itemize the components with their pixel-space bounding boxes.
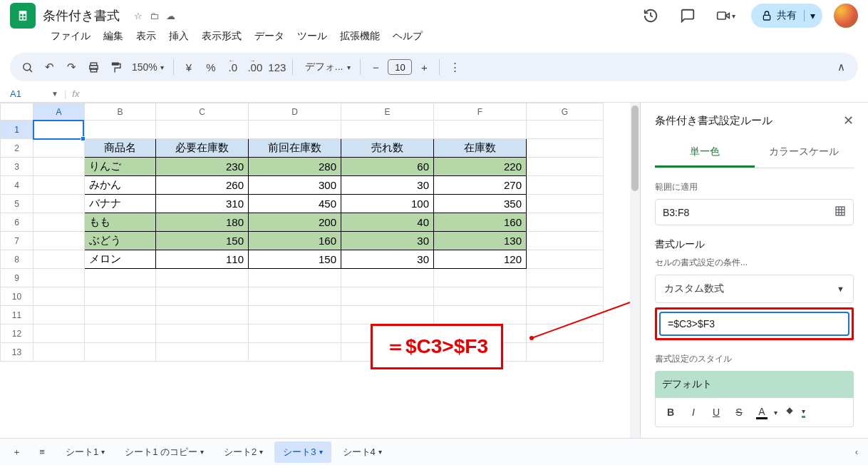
col-header-D[interactable]: D [249, 103, 341, 121]
row-header-2[interactable]: 2 [1, 139, 33, 158]
row-header-10[interactable]: 10 [1, 287, 33, 306]
cell-C11[interactable] [156, 306, 249, 325]
sheet-tab-2[interactable]: シート2 ▾ [215, 441, 272, 463]
sheet-tab-4[interactable]: シート4 ▾ [334, 441, 391, 463]
fill-color-button[interactable] [779, 402, 800, 422]
cell-E11[interactable] [341, 306, 434, 325]
row-header-11[interactable]: 11 [1, 306, 33, 325]
cell-C9[interactable] [156, 269, 249, 287]
cell-E7[interactable]: 30 [341, 232, 434, 250]
italic-button[interactable]: I [683, 402, 704, 422]
cell-C1[interactable] [156, 121, 249, 139]
cell-B13[interactable] [85, 343, 156, 362]
font-size-plus[interactable]: + [414, 57, 434, 77]
move-icon[interactable]: 🗀 [150, 11, 159, 21]
cell-E4[interactable]: 30 [341, 176, 434, 195]
cell-E5[interactable]: 100 [341, 195, 434, 213]
star-icon[interactable]: ☆ [134, 11, 143, 21]
cell-D9[interactable] [249, 269, 341, 287]
col-header-B[interactable]: B [85, 103, 156, 121]
cell-A2[interactable] [33, 139, 85, 158]
menu-1[interactable]: 編集 [98, 27, 128, 46]
row-header-5[interactable]: 5 [1, 195, 33, 213]
font-select[interactable]: デフォ... ▾ [298, 57, 356, 77]
cell-F8[interactable]: 120 [434, 250, 527, 269]
print-button[interactable] [83, 57, 103, 77]
style-preview[interactable]: デフォルト [655, 371, 854, 398]
grid-select-icon[interactable] [835, 205, 846, 219]
spreadsheet-grid[interactable]: ABCDEFG12商品名必要在庫数前回在庫数売れ数在庫数3りんご23028060… [0, 103, 640, 444]
range-input[interactable]: B3:F8 [655, 199, 854, 225]
formula-input[interactable]: =$C3>$F3 [659, 312, 849, 336]
cell-B6[interactable]: もも [85, 213, 156, 232]
doc-title[interactable]: 条件付き書式 [43, 7, 120, 24]
cell-C3[interactable]: 230 [156, 158, 249, 176]
namebox-caret-icon[interactable]: ▼ [51, 90, 58, 98]
add-sheet-button[interactable]: ＋ [6, 441, 27, 463]
underline-button[interactable]: U [706, 402, 727, 422]
menu-5[interactable]: データ [249, 27, 289, 46]
cell-E10[interactable] [341, 287, 434, 306]
cell-B7[interactable]: ぶどう [85, 232, 156, 250]
cell-A8[interactable] [33, 250, 85, 269]
cell-G2[interactable] [527, 139, 604, 158]
cell-D3[interactable]: 280 [249, 158, 341, 176]
cell-G12[interactable] [527, 325, 604, 343]
cell-D10[interactable] [249, 287, 341, 306]
search-icon[interactable] [17, 57, 37, 77]
cell-C4[interactable]: 260 [156, 176, 249, 195]
bold-button[interactable]: B [660, 402, 681, 422]
cell-C8[interactable]: 110 [156, 250, 249, 269]
cell-B8[interactable]: メロン [85, 250, 156, 269]
cell-A1[interactable] [33, 121, 85, 139]
sheet-tab-0[interactable]: シート1 ▾ [57, 441, 113, 463]
meet-icon[interactable]: ▾ [712, 3, 740, 29]
menu-2[interactable]: 表示 [131, 27, 161, 46]
close-icon[interactable]: ✕ [843, 113, 854, 128]
col-header-G[interactable]: G [527, 103, 604, 121]
currency-button[interactable]: ¥ [179, 57, 199, 77]
cell-G4[interactable] [527, 176, 604, 195]
row-header-1[interactable]: 1 [1, 121, 33, 139]
menu-6[interactable]: ツール [292, 27, 332, 46]
cell-G5[interactable] [527, 195, 604, 213]
cell-G6[interactable] [527, 213, 604, 232]
cell-G9[interactable] [527, 269, 604, 287]
tab-color-scale[interactable]: カラースケール [755, 138, 854, 168]
all-sheets-button[interactable]: ≡ [31, 441, 53, 463]
cell-B11[interactable] [85, 306, 156, 325]
cell-F10[interactable] [434, 287, 527, 306]
cell-A11[interactable] [33, 306, 85, 325]
cell-F3[interactable]: 220 [434, 158, 527, 176]
cell-D4[interactable]: 300 [249, 176, 341, 195]
cell-C2[interactable]: 必要在庫数 [156, 139, 249, 158]
collapse-toolbar-icon[interactable]: ∧ [831, 57, 851, 77]
increase-decimal-button[interactable]: .00→ [245, 57, 265, 77]
font-size-minus[interactable]: − [366, 57, 386, 77]
cell-F6[interactable]: 160 [434, 213, 527, 232]
name-box[interactable]: A1 [7, 88, 46, 99]
row-header-3[interactable]: 3 [1, 158, 33, 176]
cell-D13[interactable] [249, 343, 341, 362]
cell-D1[interactable] [249, 121, 341, 139]
cell-B1[interactable] [85, 121, 156, 139]
cell-C6[interactable]: 180 [156, 213, 249, 232]
cell-F11[interactable] [434, 306, 527, 325]
cell-F4[interactable]: 270 [434, 176, 527, 195]
cell-G10[interactable] [527, 287, 604, 306]
cell-D6[interactable]: 200 [249, 213, 341, 232]
comment-icon[interactable] [675, 3, 701, 29]
cell-C7[interactable]: 150 [156, 232, 249, 250]
sheets-logo[interactable] [10, 3, 36, 29]
share-caret-icon[interactable]: ▾ [804, 10, 815, 21]
cell-A10[interactable] [33, 287, 85, 306]
menu-8[interactable]: ヘルプ [388, 27, 428, 46]
more-formats-button[interactable]: 123 [267, 57, 287, 77]
account-avatar[interactable] [834, 4, 858, 28]
cell-G1[interactable] [527, 121, 604, 139]
cloud-icon[interactable]: ☁ [166, 11, 175, 21]
more-toolbar-icon[interactable]: ⋮ [445, 57, 465, 77]
cell-G11[interactable] [527, 306, 604, 325]
sheet-tab-1[interactable]: シート1 のコピー ▾ [116, 441, 212, 463]
cell-F2[interactable]: 在庫数 [434, 139, 527, 158]
